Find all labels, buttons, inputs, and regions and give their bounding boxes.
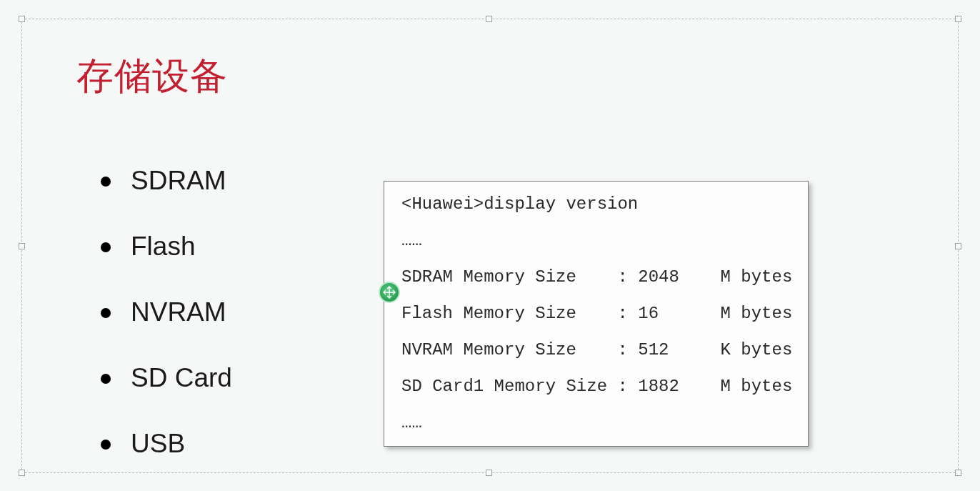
selection-handle[interactable]: [19, 16, 25, 22]
terminal-line: Flash Memory Size : 16 M bytes: [401, 305, 791, 322]
terminal-line: <Huawei>display version: [401, 196, 791, 213]
slide-frame[interactable]: 存储设备 SDRAM Flash NVRAM SD Card USB <Huaw…: [21, 19, 959, 473]
selection-handle[interactable]: [486, 470, 492, 476]
move-cursor-icon: [379, 282, 400, 303]
terminal-line: ……: [401, 415, 791, 432]
selection-handle[interactable]: [955, 243, 961, 249]
bullet-list: SDRAM Flash NVRAM SD Card USB: [101, 166, 232, 491]
bullet-item: NVRAM: [101, 297, 232, 327]
terminal-line: ……: [401, 232, 791, 249]
bullet-item: SD Card: [101, 363, 232, 393]
terminal-line: NVRAM Memory Size : 512 K bytes: [401, 342, 791, 359]
slide-title: 存储设备: [76, 51, 228, 101]
bullet-item: Flash: [101, 232, 232, 262]
selection-handle[interactable]: [486, 16, 492, 22]
bullet-item: SDRAM: [101, 166, 232, 196]
selection-handle[interactable]: [955, 470, 961, 476]
terminal-line: SDRAM Memory Size : 2048 M bytes: [401, 269, 791, 286]
bullet-item: USB: [101, 429, 232, 459]
selection-handle[interactable]: [955, 16, 961, 22]
selection-handle[interactable]: [19, 243, 25, 249]
terminal-line: SD Card1 Memory Size : 1882 M bytes: [401, 378, 791, 395]
selection-handle[interactable]: [19, 470, 25, 476]
terminal-output-box[interactable]: <Huawei>display version …… SDRAM Memory …: [384, 181, 809, 447]
